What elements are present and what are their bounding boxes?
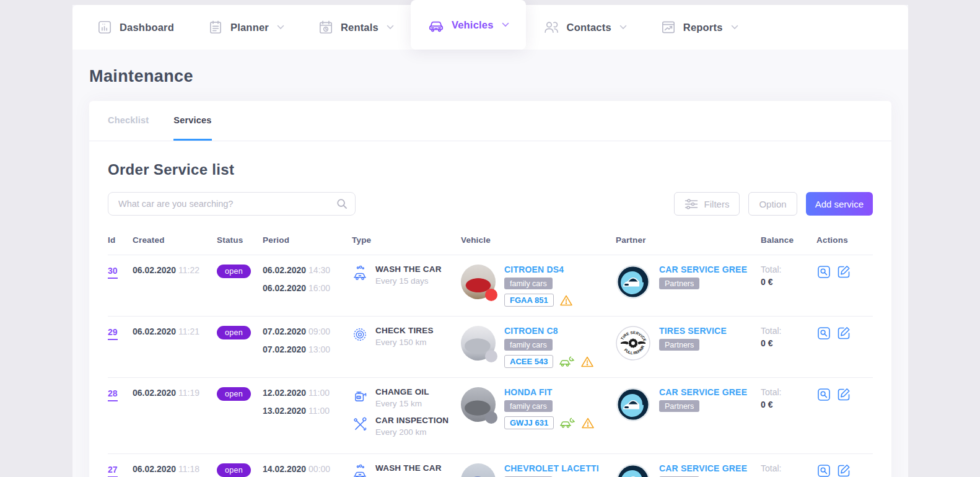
- nav-item-rentals[interactable]: Rentals: [301, 5, 411, 50]
- edit-order-icon[interactable]: [836, 463, 851, 477]
- nav-item-reports[interactable]: Reports: [644, 5, 755, 50]
- dashboard-icon: [97, 19, 113, 35]
- vehicle-avatar[interactable]: [461, 387, 496, 422]
- nav-item-contacts[interactable]: Contacts: [526, 5, 644, 50]
- nav-item-vehicles[interactable]: Vehicles: [411, 0, 526, 50]
- search-box: [108, 192, 356, 216]
- view-order-icon[interactable]: [816, 265, 831, 279]
- vehicle-name-link[interactable]: HONDA FIT: [504, 387, 595, 397]
- order-id-link[interactable]: 28: [108, 388, 118, 401]
- table-row: 28 06.02.202011:19 open 12.02.202011:00 …: [108, 377, 873, 453]
- add-service-button[interactable]: Add service: [806, 192, 873, 216]
- order-id-link[interactable]: 29: [108, 327, 118, 340]
- status-badge: open: [217, 463, 251, 477]
- warning-icon: [580, 356, 594, 368]
- vehicle-name-link[interactable]: CITROEN C8: [504, 326, 594, 336]
- car-service-logo: [616, 387, 650, 422]
- inspection-icon: [352, 416, 368, 437]
- vehicle-status-dot: [485, 411, 497, 424]
- order-id-link[interactable]: 27: [108, 465, 118, 477]
- warning-icon: [581, 417, 595, 429]
- partner-name-link[interactable]: CAR SERVICE GREE: [659, 463, 747, 473]
- partner-group-tag: Partners: [659, 339, 699, 351]
- filters-button[interactable]: Filters: [674, 192, 740, 216]
- status-badge: open: [217, 387, 251, 401]
- warning-icon: [559, 294, 573, 307]
- tabbar: Checklist Services: [89, 101, 891, 141]
- created-date: 06.02.2020: [133, 388, 176, 398]
- period-start-date: 06.02.2020: [263, 265, 306, 275]
- balance-label: Total:: [761, 463, 816, 473]
- search-icon[interactable]: [336, 198, 348, 210]
- created-time: 11:18: [178, 464, 199, 474]
- nav-label: Contacts: [567, 22, 611, 33]
- tire-icon: [352, 326, 368, 347]
- car-wash-icon: [352, 464, 368, 477]
- vehicle-avatar[interactable]: [461, 463, 496, 477]
- rentals-icon: [318, 19, 334, 35]
- created-date: 06.02.2020: [133, 464, 176, 474]
- status-badge: open: [217, 326, 251, 339]
- tab-services[interactable]: Services: [173, 101, 211, 141]
- service-type-interval: Every 15 km: [375, 399, 429, 408]
- section-title: Order Service list: [108, 161, 873, 178]
- service-type-name: CHANGE OIL: [375, 387, 429, 396]
- service-type-name: WASH THE CAR: [375, 265, 442, 274]
- partner-name-link[interactable]: CAR SERVICE GREE: [659, 387, 747, 397]
- service-type-name: CHECK TIRES: [375, 326, 434, 335]
- view-order-icon[interactable]: [816, 326, 831, 341]
- option-button[interactable]: Option: [748, 192, 797, 216]
- partner-name-link[interactable]: TIRES SERVICE: [659, 326, 727, 336]
- period-end-time: 16:00: [308, 283, 330, 293]
- add-service-label: Add service: [815, 199, 864, 209]
- oil-icon: OIL: [352, 388, 368, 408]
- period-end-date: 13.02.2020: [263, 406, 306, 416]
- vehicle-avatar[interactable]: [461, 265, 496, 299]
- option-label: Option: [759, 199, 786, 209]
- svg-text:OIL: OIL: [357, 396, 361, 399]
- col-header-actions: Actions: [816, 235, 864, 245]
- partner-group-tag: Partners: [659, 278, 699, 289]
- vehicle-status-dot: [485, 350, 497, 362]
- search-input[interactable]: [108, 192, 356, 216]
- service-type-name: CAR INSPECTION: [375, 416, 448, 425]
- planner-icon: [208, 19, 224, 35]
- partner-name-link[interactable]: CAR SERVICE GREE: [659, 265, 747, 274]
- vehicle-group-tag: family cars: [504, 400, 553, 412]
- vehicle-avatar[interactable]: [461, 326, 496, 361]
- partner-group-tag: Partners: [659, 400, 699, 412]
- vehicle-name-link[interactable]: CHEVROLET LACETTI: [504, 463, 599, 473]
- col-header-created: Created: [133, 235, 217, 245]
- view-order-icon[interactable]: [816, 387, 831, 402]
- nav-label: Dashboard: [120, 22, 174, 33]
- nav-label: Vehicles: [452, 19, 494, 31]
- balance-value: 0 €: [761, 338, 816, 348]
- car-repair-icon: [559, 356, 575, 367]
- edit-order-icon[interactable]: [836, 326, 851, 341]
- nav-label: Rentals: [341, 22, 378, 33]
- license-plate: GWJJ 631: [504, 416, 554, 429]
- services-card: Checklist Services Order Service list: [89, 101, 891, 477]
- balance-value: 0 €: [761, 400, 816, 409]
- vehicles-icon: [427, 16, 445, 33]
- chevron-down-icon: [619, 25, 627, 30]
- vehicle-group-tag: family cars: [504, 339, 553, 351]
- service-type-interval: Every 200 km: [375, 427, 448, 437]
- col-header-balance: Balance: [761, 235, 816, 245]
- order-id-link[interactable]: 30: [108, 266, 118, 279]
- car-service-logo: [616, 265, 650, 299]
- created-time: 11:22: [178, 265, 199, 275]
- page-title: Maintenance: [89, 67, 891, 86]
- col-header-type: Type: [352, 235, 461, 245]
- edit-order-icon[interactable]: [836, 387, 851, 402]
- tab-checklist[interactable]: Checklist: [108, 101, 149, 141]
- nav-label: Reports: [683, 22, 723, 33]
- nav-item-dashboard[interactable]: Dashboard: [80, 5, 191, 50]
- edit-order-icon[interactable]: [836, 265, 851, 279]
- table-header-row: Id Created Status Period Type Vehicle Pa…: [108, 232, 873, 255]
- view-order-icon[interactable]: [816, 463, 831, 477]
- balance-label: Total:: [761, 265, 816, 274]
- service-type-interval: Every 15 days: [375, 276, 442, 286]
- nav-item-planner[interactable]: Planner: [191, 5, 301, 50]
- vehicle-name-link[interactable]: CITROEN DS4: [504, 265, 573, 274]
